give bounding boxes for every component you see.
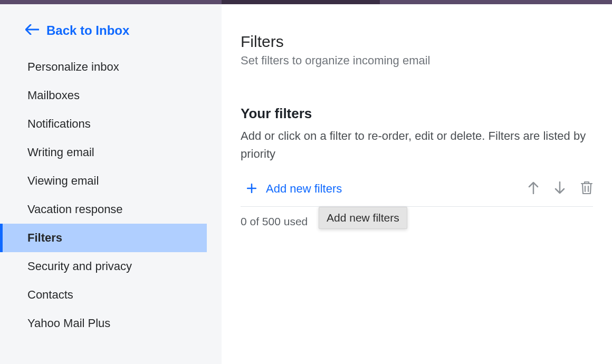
your-filters-description: Add or click on a filter to re-order, ed… — [241, 127, 593, 163]
delete-button[interactable] — [580, 181, 593, 197]
back-to-inbox-link[interactable]: Back to Inbox — [0, 15, 222, 53]
filter-usage-row: 0 of 500 used Add new filters — [241, 207, 593, 228]
your-filters-heading: Your filters — [241, 106, 593, 122]
arrow-up-icon — [528, 181, 539, 196]
nav-item-filters[interactable]: Filters — [0, 224, 207, 252]
page-title: Filters — [241, 33, 593, 51]
nav-item-notifications[interactable]: Notifications — [0, 110, 222, 138]
nav-item-contacts[interactable]: Contacts — [0, 281, 222, 309]
nav-item-security-privacy[interactable]: Security and privacy — [0, 252, 222, 281]
trash-icon — [580, 181, 593, 197]
nav-item-viewing-email[interactable]: Viewing email — [0, 167, 222, 195]
nav-item-vacation-response[interactable]: Vacation response — [0, 195, 222, 224]
move-down-button[interactable] — [554, 181, 566, 196]
filter-toolbar: Add new filters — [241, 181, 593, 207]
move-up-button[interactable] — [528, 181, 539, 196]
settings-nav: Personalize inbox Mailboxes Notification… — [0, 53, 222, 338]
filter-actions — [528, 181, 593, 197]
page-subtitle: Set filters to organize incoming email — [241, 54, 593, 68]
back-link-label: Back to Inbox — [46, 23, 129, 38]
settings-sidebar: Back to Inbox Personalize inbox Mailboxe… — [0, 4, 222, 364]
add-new-filters-tooltip: Add new filters — [319, 207, 407, 229]
nav-item-personalize-inbox[interactable]: Personalize inbox — [0, 53, 222, 81]
add-new-filters-label: Add new filters — [266, 182, 342, 196]
arrow-left-icon — [25, 23, 39, 38]
nav-item-yahoo-mail-plus[interactable]: Yahoo Mail Plus — [0, 309, 222, 338]
plus-icon — [247, 183, 256, 195]
arrow-down-icon — [554, 181, 566, 196]
nav-item-mailboxes[interactable]: Mailboxes — [0, 81, 222, 110]
top-accent-bar — [0, 0, 612, 4]
filter-usage-text: 0 of 500 used — [241, 215, 308, 228]
main-content: Filters Set filters to organize incoming… — [222, 4, 612, 364]
add-new-filters-button[interactable]: Add new filters — [241, 182, 342, 196]
nav-item-writing-email[interactable]: Writing email — [0, 138, 222, 167]
